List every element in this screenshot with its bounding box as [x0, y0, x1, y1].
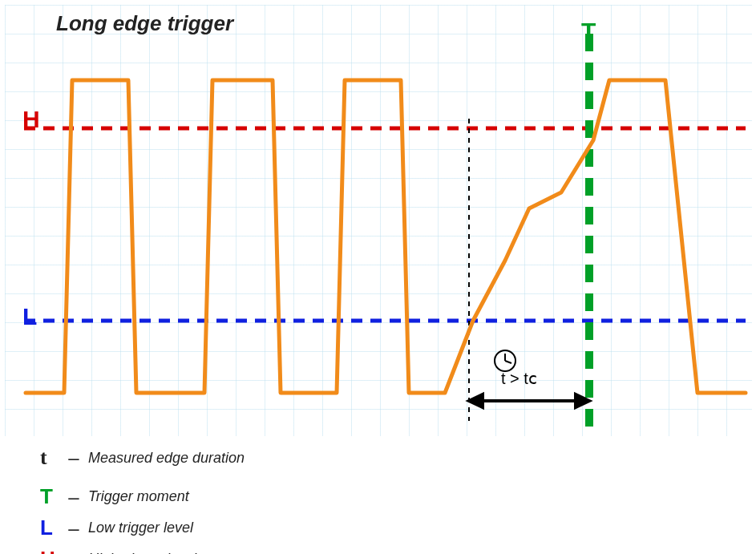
legend-dash: –: [64, 517, 83, 540]
condition-label: t > tᴄ: [501, 369, 537, 388]
duration-arrow: [469, 394, 589, 407]
diagram-svg: [0, 0, 756, 449]
legend-symbol-H: H: [40, 547, 64, 554]
legend-row-L: L – Low trigger level: [40, 516, 245, 540]
svg-marker-1: [469, 394, 483, 407]
legend-dash: –: [64, 548, 83, 555]
diagram-title: Long edge trigger: [56, 11, 233, 36]
svg-line-5: [505, 361, 511, 363]
legend-row-t: t – Measured edge duration: [40, 446, 245, 470]
legend-row-H: H – High trigger level: [40, 547, 245, 554]
legend-desc-T: Trigger moment: [83, 488, 189, 505]
label-trigger-moment: T: [581, 18, 596, 45]
legend-symbol-T: T: [40, 484, 64, 509]
legend: t – Measured edge duration T – Trigger m…: [40, 446, 245, 554]
legend-symbol-t: t: [40, 446, 64, 470]
legend-desc-H: High trigger level: [83, 551, 196, 554]
legend-symbol-L: L: [40, 516, 64, 540]
label-low-level: L: [22, 303, 37, 330]
legend-desc-t: Measured edge duration: [83, 450, 245, 467]
legend-desc-L: Low trigger level: [83, 520, 193, 536]
signal-waveform: [26, 80, 746, 393]
legend-row-T: T – Trigger moment: [40, 484, 245, 509]
legend-dash: –: [64, 447, 83, 469]
label-high-level: H: [22, 106, 40, 133]
legend-dash: –: [64, 486, 83, 508]
